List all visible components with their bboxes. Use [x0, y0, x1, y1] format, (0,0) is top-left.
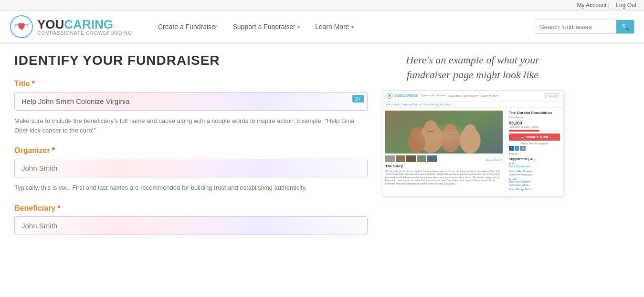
preview-headline: Here's an example of what your fundraise…: [382, 53, 563, 82]
mini-header: YOUCARING Create a Fundraiser Support a …: [382, 91, 563, 102]
organizer-hint: Typically, this is you. First and last n…: [14, 183, 368, 193]
main-content: IDENTIFY YOUR FUNDRAISER Title* 27 Make …: [0, 43, 644, 256]
mini-search: Search: [545, 93, 559, 98]
mini-facebook-share: f: [509, 146, 514, 151]
beneficiary-label: Beneficiary*: [14, 204, 368, 213]
char-count-badge: 27: [352, 95, 364, 102]
mini-twitter-share: t: [515, 146, 519, 151]
mini-thumb-2: [396, 155, 405, 162]
mini-main-image: [385, 111, 503, 154]
svg-point-11: [412, 127, 422, 139]
logo-title: YOUCARING: [37, 18, 132, 31]
logo-link[interactable]: YOUCARING Compassionate Crowdfunding: [10, 15, 132, 39]
learn-more-chevron-icon: ▾: [351, 24, 354, 30]
mini-share-buttons: f t ✉: [509, 146, 560, 151]
mini-supporters: Supporters (340) $155 from Sarah Lee fro…: [509, 157, 560, 192]
mini-story-title: The Story: [385, 164, 503, 168]
beneficiary-input-wrapper: [14, 216, 368, 235]
nav-learn-more[interactable]: Learn More ▾: [308, 19, 360, 34]
svg-point-8: [460, 127, 481, 154]
title-field-section: Title* 27 Make sure to include the benef…: [14, 80, 368, 135]
mini-breadcrumb: Fundraiser Category Name | Start Identit…: [382, 102, 563, 108]
title-label: Title*: [14, 80, 368, 88]
mini-thumb-3: [406, 155, 416, 162]
logo-text: YOUCARING Compassionate Crowdfunding: [37, 18, 132, 36]
support-chevron-icon: ▾: [297, 24, 300, 30]
svg-rect-3: [385, 111, 503, 154]
mini-supporter-3: $1,100 from Bill Palmer Fundraising effo…: [509, 177, 560, 186]
svg-point-10: [408, 131, 425, 153]
search-input[interactable]: [535, 20, 616, 33]
logo-icon: [10, 15, 33, 39]
organizer-label: Organizer*: [14, 146, 368, 155]
beneficiary-field-section: Beneficiary*: [14, 204, 368, 235]
mini-thumb-4: [417, 155, 426, 162]
mini-view-gallery: VIEW GALLERY: [485, 158, 503, 161]
page-title: IDENTIFY YOUR FUNDRAISER: [14, 53, 368, 68]
mini-nav: Create a Fundraiser Support a Fundraiser…: [421, 94, 498, 97]
mini-thumb-5: [427, 155, 437, 162]
organizer-input-wrapper: [14, 159, 368, 177]
mini-left: VIEW GALLERY The Story We are very excit…: [382, 108, 506, 196]
mini-logo-text: YOUCARING: [394, 93, 418, 98]
top-bar: My Account | Log Out: [0, 0, 644, 11]
mini-preview: YOUCARING Create a Fundraiser Support a …: [382, 90, 563, 196]
organizer-field-section: Organizer* Typically, this is you. First…: [14, 146, 368, 193]
title-input[interactable]: [14, 92, 368, 111]
search-box: 🔍: [535, 20, 634, 34]
mini-story-text: We are very excited to put together this…: [385, 170, 503, 185]
mini-progress-bar: [509, 130, 560, 132]
form-area: IDENTIFY YOUR FUNDRAISER Title* 27 Make …: [14, 53, 368, 246]
log-out-link[interactable]: Log Out: [616, 2, 636, 9]
mini-body: VIEW GALLERY The Story We are very excit…: [382, 108, 563, 196]
mini-thumbnails: [385, 155, 437, 162]
mini-logo: YOUCARING: [386, 92, 418, 99]
mini-supporter-1: $155 from Sarah Lee: [509, 162, 560, 168]
mini-thumb-1: [385, 155, 395, 162]
logo-subtitle: Compassionate Crowdfunding: [37, 31, 132, 36]
mini-amount-sub: Funded by 329,000+ people: [509, 125, 560, 128]
mini-amount: $3,100: [509, 121, 560, 125]
organizer-input[interactable]: [14, 159, 368, 177]
svg-point-6: [441, 127, 460, 152]
separator: |: [608, 2, 610, 9]
mini-progress-fill: [509, 130, 539, 132]
mini-heart-icon: ♥: [520, 136, 523, 139]
mini-right-sidebar: The Gorkha Foundation Raise Approx... $3…: [506, 108, 563, 196]
search-icon: 🔍: [621, 23, 629, 31]
nav-support-fundraiser[interactable]: Support a Fundraiser ▾: [226, 19, 306, 34]
title-input-wrapper: 27: [14, 92, 368, 111]
my-account-link[interactable]: My Account: [577, 2, 606, 9]
search-button[interactable]: 🔍: [616, 20, 634, 33]
mini-share-label: Share This Fundraiser: [509, 142, 560, 145]
svg-point-9: [464, 124, 476, 137]
mini-supporters-title: Supporters (340): [509, 157, 560, 161]
mini-email-share: ✉: [520, 146, 526, 151]
mini-campaign-meta: Raise Approx...: [509, 116, 560, 119]
main-nav: Create a Fundraiser Support a Fundraiser…: [151, 19, 535, 34]
preview-area: Here's an example of what your fundraise…: [382, 53, 563, 246]
svg-point-5: [424, 120, 437, 134]
mini-stat: 150.3k+: [509, 153, 560, 155]
mini-supporter-2: from Jake Davies meherchinbhingagaga: [509, 170, 560, 176]
beneficiary-input[interactable]: [14, 216, 368, 235]
title-hint: Make sure to include the beneficiary's f…: [14, 116, 368, 135]
mini-logo-icon: [386, 92, 393, 99]
mini-supporter-4: from Daisy Smith: [509, 188, 560, 191]
svg-point-7: [444, 123, 456, 136]
mini-campaign-title: The Gorkha Foundation: [509, 111, 560, 115]
mini-donate-button: ♥ DONATE NOW: [509, 133, 560, 141]
header: YOUCARING Compassionate Crowdfunding Cre…: [0, 11, 644, 43]
nav-create-fundraiser[interactable]: Create a Fundraiser: [151, 19, 224, 34]
